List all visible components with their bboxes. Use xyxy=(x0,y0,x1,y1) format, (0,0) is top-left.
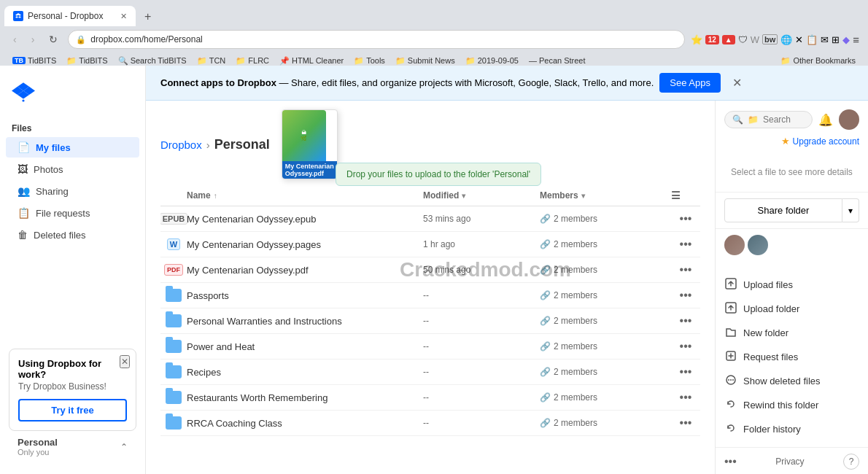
my-files-icon: 📄 xyxy=(18,141,30,153)
table-row[interactable]: EPUB My Centenarian Odyssey.epub 53 mins… xyxy=(160,206,700,232)
sidebar-item-deleted-files[interactable]: 🗑 Deleted files xyxy=(6,225,139,245)
more-options-button[interactable]: ••• xyxy=(680,365,692,378)
ext-icon-8[interactable]: ✕ xyxy=(795,34,803,45)
share-folder-dropdown-btn[interactable]: ▾ xyxy=(842,198,859,222)
bookmark-flrc[interactable]: 📁 FLRC xyxy=(232,55,273,66)
folder-icon xyxy=(166,416,182,430)
ext-icon-10[interactable]: ✉ xyxy=(821,34,829,45)
file-modified: 1 hr ago xyxy=(423,239,540,249)
bookmark-search-tidbits[interactable]: 🔍 Search TidBITS xyxy=(115,55,190,66)
search-box[interactable]: 🔍 📁 xyxy=(724,111,813,128)
table-row[interactable]: RRCA Coaching Class -- 🔗2 members ••• xyxy=(160,411,700,436)
active-tab[interactable]: Personal - Dropbox ✕ xyxy=(4,6,136,26)
ext-icon-11[interactable]: ⊞ xyxy=(832,34,840,45)
table-row[interactable]: Recipes -- 🔗2 members ••• xyxy=(160,360,700,385)
breadcrumb-separator: › xyxy=(206,139,210,151)
business-card-close-btn[interactable]: ✕ xyxy=(120,355,130,368)
more-options-button[interactable]: ••• xyxy=(680,416,692,430)
bookmark-tidbits-tb[interactable]: TB TidBITS xyxy=(9,55,60,66)
table-row[interactable]: Restaurants Worth Remembering -- 🔗2 memb… xyxy=(160,385,700,411)
rewind-folder-action[interactable]: Rewind this folder xyxy=(724,393,859,417)
ext-icon-7[interactable]: 🌐 xyxy=(780,34,792,45)
bookmark-submit-news[interactable]: 📁 Submit News xyxy=(392,55,459,66)
sidebar-item-photos[interactable]: 🖼 Photos xyxy=(6,159,139,179)
search-input[interactable] xyxy=(763,114,805,125)
business-card: ✕ Using Dropbox for work? Try Dropbox Bu… xyxy=(9,349,136,431)
ext-icon-1[interactable]: ⭐ xyxy=(691,34,702,45)
sidebar-item-sharing[interactable]: 👥 Sharing xyxy=(6,181,139,201)
main-content: Connect apps to Dropbox — Share, edit fi… xyxy=(146,66,868,474)
file-more-col: ••• xyxy=(671,263,700,276)
notifications-button[interactable]: 🔔 xyxy=(818,113,833,127)
share-folder-button[interactable]: Share folder xyxy=(724,198,842,222)
table-row[interactable]: Personal Warranties and Instructions -- … xyxy=(160,308,700,334)
show-deleted-action[interactable]: Show deleted files xyxy=(724,369,859,393)
bookmark-html-cleaner[interactable]: 📌 HTML Cleaner xyxy=(276,55,347,66)
bookmark-label: FLRC xyxy=(248,56,269,65)
col-name-header[interactable]: Name ↑ xyxy=(187,190,423,201)
address-bar[interactable]: 🔒 dropbox.com/home/Personal xyxy=(68,30,684,49)
more-options-button[interactable]: ••• xyxy=(680,391,692,404)
upgrade-account-link[interactable]: ★ Upgrade account xyxy=(716,133,868,152)
ext-icon-9[interactable]: 📋 xyxy=(806,34,818,45)
forward-button[interactable]: › xyxy=(27,32,39,47)
bookmark-tidbits-folder[interactable]: 📁 TidBITS xyxy=(63,55,111,66)
bookmark-date[interactable]: 📁 2019-09-05 xyxy=(462,55,522,66)
folder-history-action[interactable]: Folder history xyxy=(724,417,859,441)
more-options-button[interactable]: ••• xyxy=(680,212,692,225)
ext-icon-5[interactable]: W xyxy=(751,34,759,45)
more-options-button[interactable]: ••• xyxy=(680,340,692,353)
file-members: 🔗2 members xyxy=(540,214,671,224)
help-button[interactable]: ? xyxy=(843,454,859,470)
sidebar-footer: ✕ Using Dropbox for work? Try Dropbox Bu… xyxy=(0,340,145,465)
new-folder-action[interactable]: New folder xyxy=(724,321,859,345)
upload-folder-action[interactable]: Upload folder xyxy=(724,297,859,321)
file-name: Recipes xyxy=(187,367,423,378)
breadcrumb-home-link[interactable]: Dropbox xyxy=(160,139,202,151)
folder-icon: 📁 xyxy=(465,56,476,66)
col-members-header[interactable]: Members ▾ xyxy=(540,190,671,201)
bookmark-label: HTML Cleaner xyxy=(292,56,344,65)
table-row[interactable]: Passports -- 🔗2 members ••• xyxy=(160,283,700,308)
ext-icon-4[interactable]: 🛡 xyxy=(738,34,748,45)
more-options-button[interactable]: ••• xyxy=(680,314,692,327)
table-row[interactable]: PDF My Centenarian Odyssey.pdf 50 mins a… xyxy=(160,257,700,283)
members-sort-icon: ▾ xyxy=(581,192,585,200)
bookmark-pecan[interactable]: — Pecan Street xyxy=(525,55,589,66)
sidebar-logo[interactable] xyxy=(0,74,145,120)
more-options-button[interactable]: ••• xyxy=(680,263,692,276)
sidebar-item-my-files[interactable]: 📄 My files xyxy=(6,137,139,158)
avatar[interactable] xyxy=(839,109,859,130)
more-options-button[interactable]: ••• xyxy=(680,238,692,251)
link-icon: 🔗 xyxy=(540,239,551,249)
upload-files-action[interactable]: Upload files xyxy=(724,273,859,297)
more-options-button[interactable]: ••• xyxy=(680,289,692,302)
ext-icon-6[interactable]: bw xyxy=(762,34,778,44)
banner-close-button[interactable]: ✕ xyxy=(732,76,742,90)
tab-close-btn[interactable]: ✕ xyxy=(120,12,127,21)
footer-more-button[interactable]: ••• xyxy=(724,455,737,468)
bookmark-tcn[interactable]: 📁 TCN xyxy=(193,55,230,66)
sidebar-item-file-requests[interactable]: 📋 File requests xyxy=(6,203,139,223)
ext-icon-3[interactable]: ▲ xyxy=(722,35,735,44)
table-row[interactable]: Power and Heat -- 🔗2 members ••• xyxy=(160,334,700,360)
ext-icon-12[interactable]: ◆ xyxy=(842,34,850,45)
sidebar-account[interactable]: Personal Only you ⌃ xyxy=(9,431,136,456)
see-apps-button[interactable]: See Apps xyxy=(659,73,721,93)
back-button[interactable]: ‹ xyxy=(9,32,21,47)
menu-button[interactable]: ≡ xyxy=(853,34,859,46)
preview-label: My CentenarianOdyssey.pdf xyxy=(282,161,337,179)
svg-point-7 xyxy=(732,379,734,381)
bookmark-other[interactable]: 📁 Other Bookmarks xyxy=(777,55,859,66)
request-files-action[interactable]: Request files xyxy=(724,345,859,369)
privacy-link[interactable]: Privacy xyxy=(775,456,804,467)
new-tab-button[interactable]: + xyxy=(139,7,157,26)
ext-icon-2[interactable]: 12 xyxy=(705,35,719,44)
file-preview-container: 🏔🌿 My CentenarianOdyssey.pdf xyxy=(282,109,338,179)
table-row[interactable]: W My Centenarian Odyssey.pages 1 hr ago … xyxy=(160,232,700,257)
reload-button[interactable]: ↻ xyxy=(44,32,62,47)
col-modified-header[interactable]: Modified ▾ xyxy=(423,190,540,201)
bookmark-tools[interactable]: 📁 Tools xyxy=(350,55,389,66)
view-toggle-icon[interactable]: ☰ xyxy=(671,190,681,201)
try-it-free-button[interactable]: Try it free xyxy=(18,399,127,421)
